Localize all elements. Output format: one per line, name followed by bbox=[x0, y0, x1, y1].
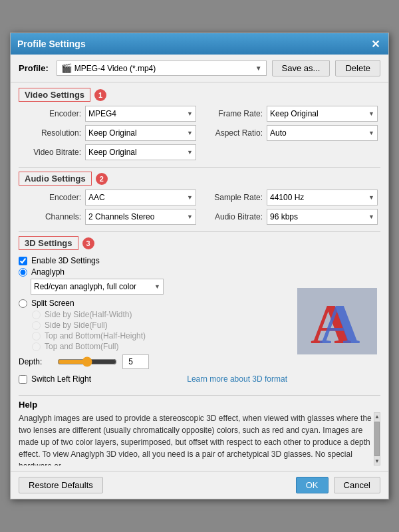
split-screen-radio[interactable] bbox=[19, 299, 27, 308]
top-bottom-half-radio[interactable] bbox=[32, 332, 41, 340]
audio-encoder-label: Encoder: bbox=[21, 193, 81, 202]
sample-rate-arrow: ▼ bbox=[368, 194, 374, 201]
scrollbar-down-arrow[interactable]: ▼ bbox=[374, 458, 380, 465]
profile-settings-dialog: Profile Settings ✕ Profile: 🎬 MPEG-4 Vid… bbox=[10, 33, 389, 499]
channels-arrow: ▼ bbox=[187, 213, 193, 220]
depth-spinner[interactable] bbox=[122, 354, 149, 369]
sample-rate-row: Sample Rate: 44100 Hz ▼ bbox=[203, 190, 378, 205]
help-title: Help bbox=[19, 400, 380, 410]
restore-defaults-button[interactable]: Restore Defaults bbox=[19, 477, 103, 493]
profile-label: Profile: bbox=[19, 63, 49, 73]
close-button[interactable]: ✕ bbox=[368, 37, 382, 51]
channels-value: 2 Channels Stereo bbox=[88, 212, 154, 221]
learn-more-link[interactable]: Learn more about 3D format bbox=[187, 374, 287, 384]
sample-rate-value: 44100 Hz bbox=[270, 193, 304, 202]
anaglyph-radio-row: Anaglyph bbox=[19, 267, 287, 277]
3d-settings-section: 3D Settings 3 Enable 3D Settings Anaglyp… bbox=[19, 236, 380, 388]
anaglyph-letter-blue: A bbox=[319, 291, 360, 356]
scrollbar-up-arrow[interactable]: ▲ bbox=[374, 413, 380, 420]
video-bitrate-select[interactable]: Keep Original ▼ bbox=[85, 144, 196, 160]
enable-3d-checkbox[interactable] bbox=[19, 257, 27, 265]
resolution-value: Keep Original bbox=[88, 128, 137, 138]
split-half-width-label: Side by Side(Half-Width) bbox=[45, 310, 132, 319]
resolution-select[interactable]: Keep Original ▼ bbox=[85, 125, 196, 141]
video-settings-badge: 1 bbox=[94, 89, 106, 101]
sample-rate-label: Sample Rate: bbox=[203, 193, 263, 202]
scrollbar-thumb[interactable] bbox=[374, 422, 380, 456]
video-bitrate-label: Video Bitrate: bbox=[21, 148, 81, 157]
anaglyph-radio[interactable] bbox=[19, 268, 27, 277]
frame-rate-arrow: ▼ bbox=[368, 110, 374, 117]
split-option-2: Top and Bottom(Half-Height) bbox=[32, 331, 287, 340]
footer: Restore Defaults OK Cancel bbox=[11, 471, 388, 499]
depth-row: Depth: bbox=[19, 354, 287, 369]
video-settings-form: Encoder: MPEG4 ▼ Frame Rate: Keep Origin… bbox=[19, 106, 380, 160]
split-full-label: Side by Side(Full) bbox=[45, 321, 108, 330]
3d-settings-badge: 3 bbox=[82, 237, 94, 249]
main-content: Video Settings 1 Encoder: MPEG4 ▼ bbox=[11, 82, 388, 471]
video-bitrate-value: Keep Original bbox=[88, 148, 137, 157]
video-bitrate-arrow: ▼ bbox=[187, 149, 193, 156]
audio-encoder-arrow: ▼ bbox=[187, 194, 193, 201]
audio-settings-form: Encoder: AAC ▼ Sample Rate: 44100 Hz ▼ bbox=[19, 190, 380, 225]
aspect-ratio-select[interactable]: Auto ▼ bbox=[267, 125, 378, 141]
anaglyph-preview: A A bbox=[297, 288, 377, 354]
switch-row: Switch Left Right Learn more about 3D fo… bbox=[19, 372, 287, 386]
3d-settings-header: 3D Settings 3 bbox=[19, 236, 380, 250]
anaglyph-letter-container: A A bbox=[307, 291, 367, 351]
3d-settings-title: 3D Settings bbox=[19, 236, 78, 250]
audio-encoder-select[interactable]: AAC ▼ bbox=[85, 190, 196, 205]
encoder-value: MPEG4 bbox=[88, 109, 116, 118]
audio-bitrate-select[interactable]: 96 kbps ▼ bbox=[267, 209, 378, 225]
anaglyph-preview-container: A A bbox=[294, 254, 380, 388]
aspect-ratio-value: Auto bbox=[270, 128, 287, 138]
audio-settings-title: Audio Settings bbox=[19, 172, 92, 186]
cancel-button[interactable]: Cancel bbox=[334, 477, 380, 493]
split-half-width-radio[interactable] bbox=[32, 311, 41, 319]
split-option-3: Top and Bottom(Full) bbox=[32, 342, 287, 351]
footer-right: OK Cancel bbox=[296, 477, 380, 493]
video-bitrate-row: Video Bitrate: Keep Original ▼ bbox=[21, 144, 196, 160]
3d-settings-body: Enable 3D Settings Anaglyph Red/cyan ana… bbox=[19, 254, 380, 388]
frame-rate-label: Frame Rate: bbox=[203, 109, 263, 118]
save-as-button[interactable]: Save as... bbox=[272, 60, 331, 76]
dialog-title: Profile Settings bbox=[17, 39, 86, 49]
ok-button[interactable]: OK bbox=[296, 477, 329, 493]
split-full-radio[interactable] bbox=[32, 321, 41, 330]
help-text: Anaglyph images are used to provide a st… bbox=[19, 412, 380, 466]
3d-settings-left: Enable 3D Settings Anaglyph Red/cyan ana… bbox=[19, 254, 287, 388]
video-settings-header: Video Settings 1 bbox=[19, 88, 380, 102]
profile-row: Profile: 🎬 MPEG-4 Video (*.mp4) ▼ Save a… bbox=[11, 55, 388, 82]
sample-rate-select[interactable]: 44100 Hz ▼ bbox=[267, 190, 378, 205]
resolution-arrow: ▼ bbox=[187, 130, 193, 136]
help-text-container: Anaglyph images are used to provide a st… bbox=[19, 412, 380, 466]
profile-select[interactable]: 🎬 MPEG-4 Video (*.mp4) ▼ bbox=[57, 61, 267, 76]
frame-rate-row: Frame Rate: Keep Original ▼ bbox=[203, 106, 378, 122]
depth-label: Depth: bbox=[19, 357, 52, 366]
channels-select[interactable]: 2 Channels Stereo ▼ bbox=[85, 209, 196, 225]
aspect-ratio-arrow: ▼ bbox=[368, 130, 374, 136]
split-screen-radio-row: Split Screen bbox=[19, 299, 287, 308]
encoder-select[interactable]: MPEG4 ▼ bbox=[85, 106, 196, 122]
audio-bitrate-value: 96 kbps bbox=[270, 212, 298, 221]
switch-left-right-label: Switch Left Right bbox=[31, 374, 91, 384]
anaglyph-type-select[interactable]: Red/cyan anaglyph, full color ▼ bbox=[31, 279, 164, 295]
delete-button[interactable]: Delete bbox=[335, 60, 380, 76]
anaglyph-type-value: Red/cyan anaglyph, full color bbox=[34, 282, 136, 291]
split-screen-label: Split Screen bbox=[31, 299, 74, 308]
video-settings-section: Video Settings 1 Encoder: MPEG4 ▼ bbox=[19, 88, 380, 160]
top-bottom-full-label: Top and Bottom(Full) bbox=[45, 342, 118, 351]
anaglyph-label: Anaglyph bbox=[31, 267, 65, 277]
video-settings-title: Video Settings bbox=[19, 88, 90, 102]
encoder-label: Encoder: bbox=[21, 109, 81, 118]
audio-settings-section: Audio Settings 2 Encoder: AAC ▼ bbox=[19, 172, 380, 225]
audio-bitrate-label: Audio Bitrate: bbox=[203, 212, 263, 221]
help-scrollbar: ▲ ▼ bbox=[374, 412, 380, 466]
switch-left-right-checkbox[interactable] bbox=[19, 375, 27, 384]
depth-slider[interactable] bbox=[57, 356, 117, 367]
aspect-ratio-label: Aspect Ratio: bbox=[203, 128, 263, 138]
resolution-row: Resolution: Keep Original ▼ bbox=[21, 125, 196, 141]
top-bottom-full-radio[interactable] bbox=[32, 342, 41, 351]
switch-checkbox-row: Switch Left Right bbox=[19, 374, 91, 384]
frame-rate-select[interactable]: Keep Original ▼ bbox=[267, 106, 378, 122]
